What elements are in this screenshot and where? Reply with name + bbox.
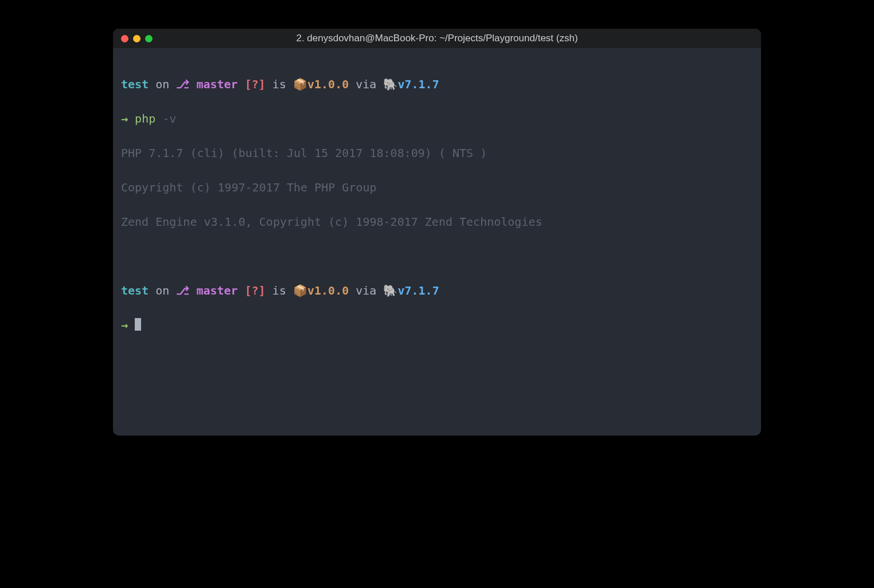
package-version: v1.0.0 (307, 77, 349, 91)
php-version: v7.1.7 (397, 284, 439, 297)
terminal-body[interactable]: test on ⎇ master [?] is 📦v1.0.0 via 🐘v7.… (113, 48, 761, 378)
prompt-on: on (149, 77, 176, 91)
prompt-via: via (349, 77, 383, 91)
package-icon: 📦 (293, 78, 307, 91)
git-branch: master (189, 77, 237, 91)
output-line: Zend Engine v3.1.0, Copyright (c) 1998-2… (121, 213, 753, 230)
maximize-icon[interactable] (145, 35, 153, 42)
package-version: v1.0.0 (307, 284, 349, 297)
cursor (135, 318, 141, 331)
git-branch-icon: ⎇ (176, 284, 189, 297)
command-line: → (121, 316, 753, 334)
php-icon: 🐘 (383, 284, 397, 297)
command: php (135, 112, 155, 126)
php-version: v7.1.7 (397, 77, 439, 91)
git-branch: master (189, 284, 237, 297)
output-line: PHP 7.1.7 (cli) (built: Jul 15 2017 18:0… (121, 144, 753, 162)
output-line: Copyright (c) 1997-2017 The PHP Group (121, 179, 753, 196)
git-status: [?] (238, 77, 266, 91)
prompt-line: test on ⎇ master [?] is 📦v1.0.0 via 🐘v7.… (121, 282, 753, 299)
command-line: → php -v (121, 110, 753, 127)
blank-line (121, 248, 753, 265)
command-args: -v (155, 112, 176, 126)
prompt-dir: test (121, 284, 149, 297)
window-title: 2. denysdovhan@MacBook-Pro: ~/Projects/P… (121, 33, 753, 44)
close-icon[interactable] (121, 35, 128, 42)
prompt-on: on (149, 284, 176, 297)
package-icon: 📦 (293, 284, 307, 297)
git-status: [?] (238, 284, 266, 297)
prompt-dir: test (121, 77, 149, 91)
prompt-line: test on ⎇ master [?] is 📦v1.0.0 via 🐘v7.… (121, 76, 753, 93)
prompt-is: is (266, 284, 293, 297)
prompt-is: is (266, 77, 293, 91)
titlebar: 2. denysdovhan@MacBook-Pro: ~/Projects/P… (113, 29, 761, 48)
minimize-icon[interactable] (133, 35, 141, 42)
prompt-arrow-icon: → (121, 112, 135, 126)
git-branch-icon: ⎇ (176, 77, 189, 91)
terminal-window: 2. denysdovhan@MacBook-Pro: ~/Projects/P… (113, 29, 761, 436)
traffic-lights (121, 35, 153, 42)
prompt-via: via (349, 284, 383, 297)
php-icon: 🐘 (383, 78, 397, 91)
prompt-arrow-icon: → (121, 318, 135, 332)
